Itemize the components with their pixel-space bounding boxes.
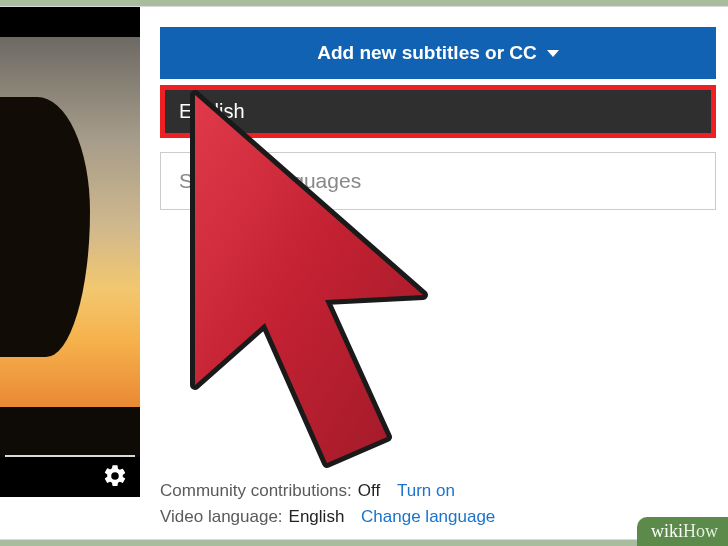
change-language-link[interactable]: Change language [361,504,495,530]
language-option-english[interactable]: English [160,85,716,138]
language-search-input[interactable]: Search 1 anguages [160,152,716,210]
how-text: How [683,521,718,541]
community-label: Community contributions: [160,478,352,504]
add-subtitles-button[interactable]: Add new subtitles or CC [160,27,716,79]
app-card: Add new subtitles or CC English Search 1… [0,6,728,540]
player-topbar [0,7,140,37]
wikihow-badge: wikiHow [637,517,728,546]
language-label: Video language: [160,504,283,530]
video-player [0,7,140,497]
chevron-down-icon [547,50,559,57]
video-thumbnail-ground [0,407,140,457]
subtitles-panel: Add new subtitles or CC English Search 1… [160,27,716,210]
video-meta: Community contributions: Off Turn on Vid… [160,478,495,529]
language-option-label: English [179,100,245,122]
wiki-text: wiki [651,521,683,541]
language-search-placeholder: Search 1 anguages [179,169,361,192]
language-value: English [289,504,345,530]
add-subtitles-label: Add new subtitles or CC [317,42,537,64]
community-value: Off [358,478,380,504]
settings-button[interactable] [102,463,128,489]
language-dropdown: English Search 1 anguages [160,85,716,210]
community-row: Community contributions: Off Turn on [160,478,495,504]
community-turn-on-link[interactable]: Turn on [397,478,455,504]
language-row: Video language: English Change language [160,504,495,530]
player-progress-bar[interactable] [5,455,135,457]
gear-icon [102,463,128,489]
